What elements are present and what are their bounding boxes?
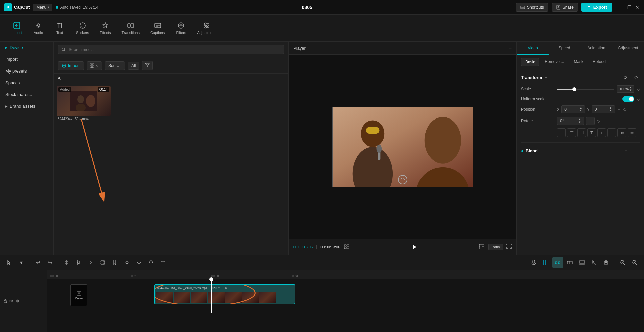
- cover-label: Cover: [75, 297, 83, 300]
- toolbar-item-audio[interactable]: Audio: [28, 19, 48, 37]
- toolbar-item-captions[interactable]: Captions: [146, 19, 169, 37]
- transform-reset-button[interactable]: ↺: [621, 73, 629, 81]
- sidebar-item-stock-material[interactable]: Stock mater...: [0, 89, 53, 100]
- delete-button[interactable]: [601, 257, 611, 268]
- trim-end-button[interactable]: [85, 257, 96, 268]
- filter-button[interactable]: [142, 61, 153, 70]
- project-name: 0805: [302, 5, 312, 10]
- toolbar-item-effects[interactable]: Effects: [95, 19, 115, 37]
- subtab-retouch[interactable]: Retouch: [589, 58, 612, 66]
- uniform-scale-diamond-button[interactable]: ◇: [637, 97, 640, 101]
- align-center-h-button[interactable]: ⊤: [567, 128, 576, 137]
- select-arrow-button[interactable]: ▾: [16, 257, 27, 268]
- position-reset-button[interactable]: ↔: [617, 107, 621, 112]
- sidebar-item-import[interactable]: Import: [0, 53, 53, 65]
- align-left-button[interactable]: ⊢: [557, 128, 566, 137]
- toolbar-item-transitions[interactable]: Transitions: [117, 19, 144, 37]
- redo-button[interactable]: ↪: [45, 257, 55, 268]
- keyframe-button[interactable]: [121, 257, 132, 268]
- scale-slider[interactable]: [557, 89, 614, 90]
- blend-expand-down-button[interactable]: ↓: [632, 147, 640, 155]
- align-top-button[interactable]: T: [587, 128, 596, 137]
- search-input[interactable]: [69, 47, 281, 52]
- svg-point-29: [62, 48, 65, 51]
- cover-button[interactable]: Cover: [70, 284, 87, 306]
- zoom-in-button[interactable]: [629, 257, 640, 268]
- rotate-tl-button[interactable]: [146, 257, 156, 268]
- svg-rect-34: [90, 64, 92, 65]
- split-button[interactable]: [61, 257, 72, 268]
- rotate-input[interactable]: 0° ▲ ▼: [557, 117, 584, 125]
- tab-adjustment[interactable]: Adjustment: [612, 42, 644, 55]
- player-menu-button[interactable]: ≡: [509, 45, 512, 51]
- play-button[interactable]: [409, 242, 419, 252]
- subtab-mask[interactable]: Mask: [569, 58, 587, 66]
- media-item[interactable]: Added 00:14 8244204-...5fps.mp4: [57, 86, 111, 121]
- subtab-remove-bg[interactable]: Remove ...: [541, 58, 568, 66]
- ratio-button[interactable]: Ratio: [488, 244, 503, 250]
- bookmark-button[interactable]: [109, 257, 120, 268]
- menu-button[interactable]: Menu •: [33, 4, 52, 11]
- sidebar-item-brand-assets[interactable]: ▸ Brand assets: [0, 100, 53, 112]
- align-right-button[interactable]: ⊣: [577, 128, 586, 137]
- magnetic-snap-button[interactable]: [540, 257, 551, 268]
- minimize-button[interactable]: —: [618, 5, 624, 10]
- subtab-basic[interactable]: Basic: [521, 58, 539, 66]
- flip-h-button[interactable]: [134, 257, 144, 268]
- position-diamond-button[interactable]: ◇: [623, 107, 626, 112]
- shortcuts-button[interactable]: Shortcuts: [516, 3, 548, 12]
- blend-expand-up-button[interactable]: ↑: [622, 147, 630, 155]
- align-dist-h-button[interactable]: ⇐: [617, 128, 626, 137]
- export-button[interactable]: Export: [581, 3, 612, 12]
- share-button[interactable]: Share: [552, 3, 578, 12]
- all-filter-button[interactable]: All: [128, 62, 139, 70]
- mask-tl-button[interactable]: [158, 257, 168, 268]
- sidebar-item-spaces[interactable]: Spaces: [0, 77, 53, 89]
- grid-view-button[interactable]: [87, 61, 102, 70]
- tab-video[interactable]: Video: [517, 42, 549, 55]
- sort-button[interactable]: Sort: [105, 61, 125, 70]
- position-x-input[interactable]: 0 ▲ ▼: [561, 105, 585, 113]
- mute-button[interactable]: [589, 257, 599, 268]
- svg-line-98: [636, 263, 637, 265]
- toolbar-item-filters[interactable]: Filters: [171, 19, 191, 37]
- sidebar-item-my-presets[interactable]: My presets: [0, 65, 53, 77]
- toolbar-item-text[interactable]: TI Text: [50, 19, 70, 37]
- toolbar-item-stickers[interactable]: Stickers: [71, 19, 94, 37]
- fullscreen-button[interactable]: [506, 244, 512, 250]
- sidebar-item-device[interactable]: ▸ Device: [0, 42, 53, 53]
- close-button[interactable]: ✕: [635, 5, 640, 10]
- trim-start-button[interactable]: [73, 257, 84, 268]
- align-bottom-button[interactable]: ⊥: [607, 128, 616, 137]
- align-dist-v-button[interactable]: ⇒: [628, 128, 636, 137]
- tab-speed[interactable]: Speed: [549, 42, 581, 55]
- link-clips-button[interactable]: [552, 257, 563, 268]
- rotate-diamond-button[interactable]: ◇: [597, 118, 600, 123]
- toolbar-item-import[interactable]: Import: [7, 19, 27, 37]
- fit-screen-button[interactable]: [478, 243, 485, 251]
- split-audio-button[interactable]: [564, 257, 575, 268]
- zoom-out-button[interactable]: [617, 257, 628, 268]
- uniform-scale-toggle[interactable]: [622, 96, 634, 102]
- toolbar-item-adjustment[interactable]: Adjustment: [192, 19, 220, 37]
- microphone-button[interactable]: [528, 257, 539, 268]
- scale-arrows[interactable]: ▲ ▼: [629, 86, 632, 92]
- select-tool-button[interactable]: [4, 257, 15, 268]
- layout-grid-button[interactable]: [343, 244, 350, 251]
- tab-animation[interactable]: Animation: [581, 42, 612, 55]
- position-y-input[interactable]: 0 ▲ ▼: [592, 105, 615, 113]
- detach-audio-button[interactable]: [577, 257, 587, 268]
- crop-button[interactable]: [97, 257, 108, 268]
- video-clip[interactable]: 8244204-uhd_3840_2160_25fps.mp4 00:00:13…: [154, 284, 295, 304]
- align-center-v-button[interactable]: +: [597, 128, 606, 137]
- playhead[interactable]: [211, 279, 212, 313]
- svg-rect-35: [92, 64, 94, 65]
- undo-button[interactable]: ↩: [33, 257, 43, 268]
- topbar-center: 0805: [102, 5, 512, 10]
- rotate-minus-button[interactable]: −: [586, 117, 595, 125]
- svg-rect-17: [131, 24, 134, 27]
- scale-diamond-button[interactable]: ◇: [637, 87, 640, 91]
- import-button[interactable]: Import: [58, 61, 84, 70]
- maximize-button[interactable]: ❐: [627, 5, 632, 10]
- transform-keyframe-button[interactable]: ◇: [632, 73, 640, 81]
